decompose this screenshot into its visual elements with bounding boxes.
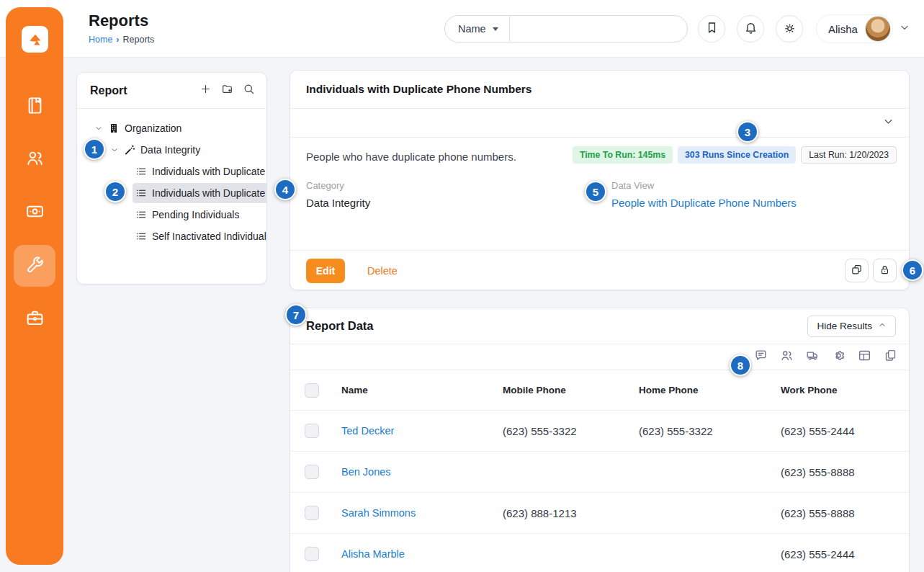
lock-icon [879, 264, 891, 278]
row-checkbox[interactable] [305, 547, 319, 561]
search-input[interactable] [510, 16, 687, 42]
chevron-down-icon[interactable] [899, 22, 910, 36]
sidebar-item-tools[interactable] [14, 245, 55, 287]
tree-item-label: Pending Individuals [152, 209, 239, 220]
table-row[interactable]: Sarah Simmons (623) 888-1213 (623) 555-8… [290, 492, 909, 533]
report-description: People who have duplicate phone numbers. [306, 151, 516, 163]
column-header-mobile[interactable]: Mobile Phone [503, 385, 639, 396]
wand-icon [124, 144, 135, 156]
callout-badge-5: 5 [585, 181, 606, 202]
breadcrumb-separator: › [116, 35, 119, 45]
table-row[interactable]: Alisha Marble (623) 555-2444 [290, 533, 909, 572]
rock-logo[interactable] [22, 26, 48, 53]
tree-node-organization[interactable]: Organization [77, 117, 266, 139]
row-checkbox[interactable] [305, 506, 319, 520]
row-checkbox[interactable] [305, 424, 319, 438]
report-list-icon [135, 187, 147, 199]
global-search: Name [444, 15, 688, 43]
tree-node-label: Organization [125, 122, 181, 134]
bell-icon [744, 21, 758, 37]
work-phone-cell: (623) 555-8888 [781, 507, 909, 519]
sun-icon [783, 21, 797, 37]
person-link[interactable]: Ted Decker [341, 425, 503, 437]
callout-badge-6: 6 [902, 259, 923, 281]
wrench-icon [25, 255, 45, 277]
table-icon[interactable] [858, 349, 871, 365]
report-detail-panel: Individuals with Duplicate Phone Numbers… [290, 70, 910, 290]
sidebar-item-people[interactable] [14, 138, 55, 180]
add-category-button[interactable] [221, 83, 233, 98]
tree-panel-title: Report [90, 84, 199, 97]
tree-item-report[interactable]: Individuals with Duplicate I [77, 161, 266, 182]
column-header-work[interactable]: Work Phone [781, 385, 909, 396]
users-icon[interactable] [780, 349, 794, 365]
column-header-name[interactable]: Name [341, 385, 503, 396]
breadcrumb-home-link[interactable]: Home [89, 35, 112, 45]
tree-item-report[interactable]: Self Inactivated Individuals [77, 225, 266, 247]
avatar [865, 16, 891, 42]
copy-icon [851, 264, 863, 278]
table-header-row: Name Mobile Phone Home Phone Work Phone [290, 370, 909, 410]
tree-node-label: Data Integrity [140, 144, 200, 156]
callout-badge-3: 3 [737, 121, 758, 143]
delete-button[interactable]: Delete [367, 265, 398, 277]
person-link[interactable]: Sarah Simmons [341, 507, 503, 519]
user-menu[interactable]: Alisha [816, 14, 893, 43]
search-tree-button[interactable] [243, 83, 255, 98]
column-header-home[interactable]: Home Phone [639, 385, 781, 396]
row-checkbox[interactable] [305, 465, 319, 479]
copy-icon[interactable] [884, 349, 897, 365]
bookmarks-button[interactable] [698, 15, 725, 43]
sidebar-item-book[interactable] [14, 86, 55, 128]
tree-item-report[interactable]: Pending Individuals [77, 204, 266, 225]
select-all-checkbox[interactable] [305, 383, 319, 398]
chevron-up-icon [878, 321, 887, 331]
work-phone-cell: (623) 555-8888 [781, 466, 909, 478]
copy-button[interactable] [845, 259, 869, 282]
report-list-icon [135, 231, 147, 242]
runs-since-creation-badge[interactable]: 303 Runs Since Creation [678, 146, 796, 164]
person-link[interactable]: Alisha Marble [341, 548, 503, 560]
building-icon [108, 122, 120, 134]
person-link[interactable]: Ben Jones [341, 466, 503, 478]
cash-icon [25, 202, 45, 224]
truck-icon[interactable] [806, 349, 820, 365]
callout-badge-8: 8 [730, 354, 751, 376]
breadcrumb-current: Reports [123, 35, 155, 45]
sidebar-item-work[interactable] [14, 298, 55, 340]
page-title: Reports [89, 12, 148, 30]
gear-icon[interactable] [832, 349, 845, 365]
notifications-button[interactable] [737, 15, 764, 43]
tree-item-label: Individuals with Duplicate Phone Numbers [152, 187, 267, 199]
report-data-panel: Report Data Hide Results Name Mobile Pho… [290, 308, 910, 572]
mobile-phone-cell: (623) 555-3322 [503, 425, 639, 437]
report-list-icon [135, 209, 147, 220]
chevron-down-icon[interactable] [882, 115, 894, 130]
add-report-button[interactable] [199, 83, 212, 98]
tree-item-label: Individuals with Duplicate I [152, 166, 267, 177]
mobile-phone-cell: (623) 888-1213 [503, 507, 639, 519]
category-value: Data Integrity [306, 197, 370, 209]
table-row[interactable]: Ted Decker (623) 555-3322 (623) 555-3322… [290, 410, 909, 451]
report-tree-panel: Report Organization Data Integrity Indiv… [76, 72, 267, 285]
hide-results-button[interactable]: Hide Results [807, 316, 896, 337]
callout-badge-2: 2 [104, 181, 126, 202]
security-button[interactable] [873, 259, 897, 282]
chevron-down-icon[interactable] [110, 146, 119, 154]
table-row[interactable]: Ben Jones (623) 555-8888 [290, 451, 909, 492]
bookmark-icon [705, 21, 719, 37]
chevron-down-icon[interactable] [94, 124, 103, 133]
grid-toolbar [290, 344, 909, 370]
tree-node-data-integrity[interactable]: Data Integrity [77, 139, 266, 161]
search-category-dropdown[interactable]: Name [445, 16, 510, 42]
comment-icon[interactable] [754, 349, 768, 365]
edit-button[interactable]: Edit [306, 259, 345, 283]
sidebar-item-finance[interactable] [14, 192, 55, 233]
tree-item-label: Self Inactivated Individuals [152, 231, 267, 242]
report-list-icon [135, 166, 147, 177]
data-view-link[interactable]: People with Duplicate Phone Numbers [611, 197, 797, 209]
reports-page: Reports Home›Reports Name Alisha Report [0, 0, 924, 572]
theme-toggle-button[interactable] [776, 15, 803, 43]
time-to-run-badge: Time To Run: 145ms [573, 146, 673, 164]
chevron-down-icon [493, 27, 498, 31]
